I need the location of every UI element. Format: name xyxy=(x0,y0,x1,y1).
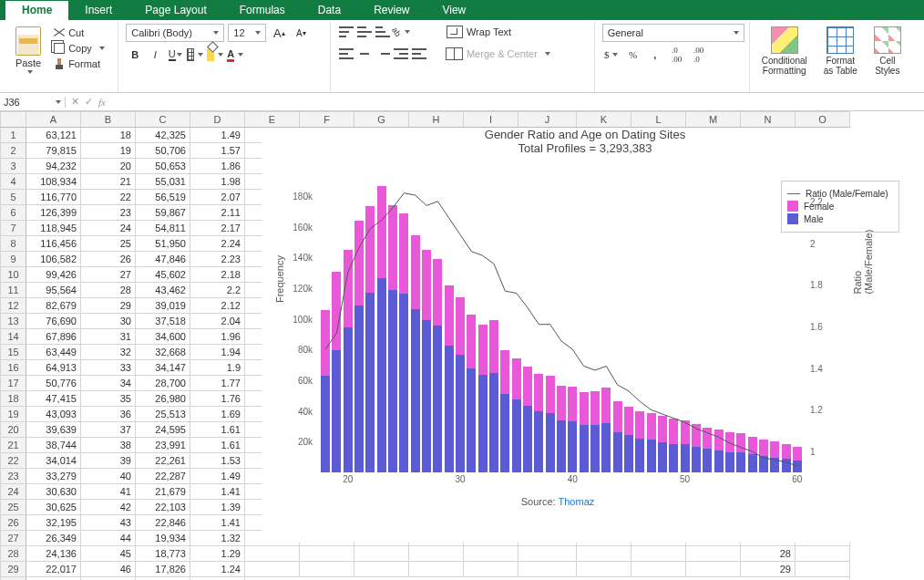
cell[interactable]: 28 xyxy=(81,283,136,298)
cell[interactable]: 18,773 xyxy=(136,546,190,562)
cell[interactable] xyxy=(354,546,409,562)
cell[interactable]: 38 xyxy=(81,438,136,453)
cell[interactable]: 94,232 xyxy=(26,159,81,174)
row-header[interactable]: 13 xyxy=(1,314,26,329)
cell[interactable] xyxy=(464,546,518,562)
cell[interactable]: 1.69 xyxy=(190,407,245,422)
row-header[interactable]: 4 xyxy=(1,174,26,190)
cell[interactable]: 22,261 xyxy=(136,453,190,469)
cell[interactable]: 26,980 xyxy=(136,391,190,407)
cell[interactable]: 1.86 xyxy=(190,159,245,174)
cell[interactable]: 99,426 xyxy=(26,267,81,283)
cell[interactable]: 26,349 xyxy=(26,531,81,546)
decrease-font-button[interactable]: A▾ xyxy=(292,24,310,42)
row-header[interactable]: 7 xyxy=(1,221,26,236)
cell[interactable]: 27 xyxy=(81,267,136,283)
fx-icon[interactable]: fx xyxy=(98,97,106,108)
cell[interactable] xyxy=(796,562,850,577)
row-header[interactable]: 22 xyxy=(1,453,26,469)
cell[interactable]: 1.98 xyxy=(190,174,245,190)
tab-formulas[interactable]: Formulas xyxy=(223,1,302,20)
cell[interactable]: 38,744 xyxy=(26,438,81,453)
cell[interactable]: 43,462 xyxy=(136,283,190,298)
cell[interactable]: 30,625 xyxy=(26,500,81,515)
cell[interactable] xyxy=(577,546,631,562)
cell[interactable]: 47 xyxy=(81,577,136,581)
cell[interactable]: 1.76 xyxy=(190,391,245,407)
cell[interactable]: 79,815 xyxy=(26,143,81,159)
cell[interactable]: 116,770 xyxy=(26,190,81,205)
col-header-A[interactable]: A xyxy=(26,112,81,128)
cell[interactable]: 47,415 xyxy=(26,391,81,407)
underline-button[interactable]: U xyxy=(166,46,184,64)
row-header[interactable]: 1 xyxy=(1,128,26,143)
cell[interactable] xyxy=(245,562,300,577)
cell[interactable]: 54,811 xyxy=(136,221,190,236)
increase-indent-button[interactable] xyxy=(411,46,427,62)
cell[interactable] xyxy=(409,562,464,577)
col-header-N[interactable]: N xyxy=(741,112,796,128)
cell[interactable]: 2.17 xyxy=(190,221,245,236)
row-header[interactable]: 26 xyxy=(1,515,26,531)
increase-font-button[interactable]: A▴ xyxy=(270,24,288,42)
cell[interactable]: 1.2 xyxy=(190,577,245,581)
cell[interactable]: 22,287 xyxy=(136,469,190,484)
cell[interactable]: 23,991 xyxy=(136,438,190,453)
format-painter-button[interactable]: Format xyxy=(49,57,109,71)
bold-button[interactable]: B xyxy=(126,46,144,64)
col-header-F[interactable]: F xyxy=(300,112,354,128)
cell[interactable]: 22 xyxy=(81,190,136,205)
row-header[interactable]: 15 xyxy=(1,345,26,360)
cell[interactable]: 30,630 xyxy=(26,484,81,500)
cell[interactable]: 1.49 xyxy=(190,469,245,484)
source-link[interactable]: Thomaz xyxy=(559,496,595,507)
cell-styles-button[interactable]: Cell Styles xyxy=(869,24,906,78)
col-header-C[interactable]: C xyxy=(136,112,190,128)
cell[interactable] xyxy=(354,562,409,577)
cell[interactable]: 17,542 xyxy=(136,577,190,581)
cell[interactable]: 67,896 xyxy=(26,329,81,345)
cell[interactable]: 47,846 xyxy=(136,252,190,267)
cell[interactable]: 1.41 xyxy=(190,515,245,531)
decrease-indent-button[interactable] xyxy=(393,46,409,62)
cell[interactable]: 59,867 xyxy=(136,205,190,221)
cell[interactable]: 39,019 xyxy=(136,298,190,314)
cell[interactable]: 26 xyxy=(81,252,136,267)
wrap-text-button[interactable]: Wrap Text xyxy=(442,24,555,40)
cell[interactable]: 32 xyxy=(81,345,136,360)
cell[interactable]: 51,950 xyxy=(136,236,190,252)
cell[interactable]: 40 xyxy=(81,469,136,484)
percent-button[interactable]: % xyxy=(624,46,642,64)
italic-button[interactable]: I xyxy=(146,46,164,64)
cell[interactable] xyxy=(631,562,686,577)
cell[interactable] xyxy=(796,546,850,562)
cell[interactable]: 106,582 xyxy=(26,252,81,267)
decrease-decimal-button[interactable]: .00.0 xyxy=(690,46,708,64)
row-header[interactable]: 16 xyxy=(1,360,26,376)
align-left-button[interactable] xyxy=(338,46,354,62)
cell[interactable]: 56,519 xyxy=(136,190,190,205)
cell[interactable]: 63,449 xyxy=(26,345,81,360)
row-header[interactable]: 3 xyxy=(1,159,26,174)
align-top-button[interactable] xyxy=(338,24,354,40)
cell[interactable]: 35 xyxy=(81,391,136,407)
col-header-I[interactable]: I xyxy=(464,112,518,128)
cell[interactable]: 28,700 xyxy=(136,376,190,391)
cell[interactable]: 21,679 xyxy=(136,484,190,500)
conditional-formatting-button[interactable]: Conditional Formatting xyxy=(757,24,812,78)
cell[interactable]: 21,100 xyxy=(26,577,81,581)
cell[interactable]: 2.12 xyxy=(190,298,245,314)
cell[interactable]: 2.24 xyxy=(190,236,245,252)
row-header[interactable]: 19 xyxy=(1,407,26,422)
cell[interactable]: 76,690 xyxy=(26,314,81,329)
font-name-select[interactable]: Calibri (Body) xyxy=(126,24,224,42)
cell[interactable] xyxy=(686,562,741,577)
cell[interactable]: 42,325 xyxy=(136,128,190,143)
cell[interactable]: 32,668 xyxy=(136,345,190,360)
cell[interactable]: 19,934 xyxy=(136,531,190,546)
cell[interactable] xyxy=(300,562,354,577)
tab-data[interactable]: Data xyxy=(302,1,357,20)
cell[interactable]: 44 xyxy=(81,531,136,546)
align-right-button[interactable] xyxy=(375,46,391,62)
cell[interactable]: 43,093 xyxy=(26,407,81,422)
